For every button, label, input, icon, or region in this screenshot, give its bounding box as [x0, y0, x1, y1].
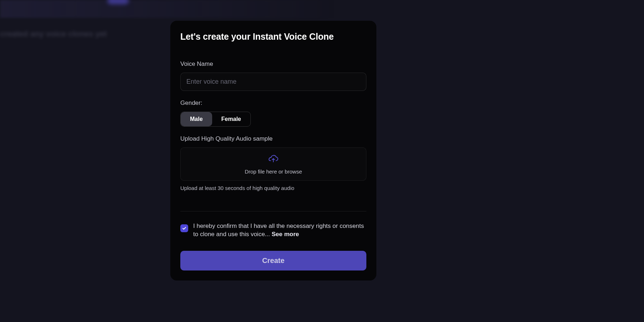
upload-hint: Upload at least 30 seconds of high quali…: [180, 185, 366, 191]
voice-clone-modal: Let's create your Instant Voice Clone Vo…: [170, 21, 376, 280]
cloud-upload-icon: [268, 154, 279, 165]
consent-text: I hereby confirm that I have all the nec…: [193, 222, 366, 239]
modal-title: Let's create your Instant Voice Clone: [180, 31, 366, 42]
consent-checkbox[interactable]: [180, 224, 188, 232]
background-accent-blur: [107, 0, 129, 4]
voice-name-label: Voice Name: [180, 60, 366, 68]
dropzone-text: Drop file here or browse: [245, 169, 302, 175]
upload-dropzone[interactable]: Drop file here or browse: [180, 147, 366, 181]
see-more-link[interactable]: See more: [272, 231, 299, 238]
background-header-blur: [0, 0, 336, 18]
gender-toggle-group: Male Female: [180, 112, 251, 127]
create-button[interactable]: Create: [180, 251, 366, 270]
check-icon: [182, 226, 186, 230]
voice-name-input[interactable]: [180, 73, 366, 91]
upload-label: Upload High Quality Audio sample: [180, 135, 366, 142]
gender-label: Gender:: [180, 99, 366, 107]
gender-option-male[interactable]: Male: [181, 112, 212, 126]
divider: [180, 211, 366, 211]
background-ghost-text: created any voice clones yet: [0, 29, 107, 39]
consent-row: I hereby confirm that I have all the nec…: [180, 222, 366, 239]
gender-option-female[interactable]: Female: [212, 112, 250, 126]
